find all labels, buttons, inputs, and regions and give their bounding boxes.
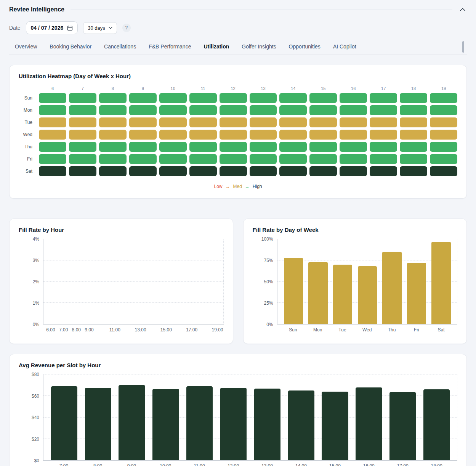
tab-booking-behavior[interactable]: Booking Behavior <box>50 43 91 50</box>
heatmap-hour-label: 14 <box>279 86 307 91</box>
tab-f-b-performance[interactable]: F&B Performance <box>149 43 191 50</box>
heatmap-cell <box>189 117 217 127</box>
x-tick-label: 11:00 <box>183 463 216 466</box>
tab-cancellations[interactable]: Cancellations <box>104 43 136 50</box>
bar <box>333 265 352 324</box>
calendar-icon <box>67 25 73 31</box>
help-button[interactable]: ? <box>122 24 131 32</box>
range-select[interactable]: 30 days <box>83 22 117 34</box>
tab-golfer-insights[interactable]: Golfer Insights <box>242 43 276 50</box>
heatmap-cell <box>370 154 397 164</box>
x-tick-label: 7:00 <box>47 463 81 466</box>
heatmap-cell <box>69 105 96 115</box>
heatmap-cell <box>430 117 457 127</box>
x-tick-label: 16:00 <box>352 463 386 466</box>
heatmap-hour-label: 8 <box>99 86 127 91</box>
heatmap-cell <box>189 166 217 176</box>
heatmap-cell <box>220 166 247 176</box>
heatmap-cell <box>430 166 457 176</box>
heatmap-cell <box>309 105 337 115</box>
heatmap-cell <box>159 130 187 140</box>
date-input[interactable]: 04 / 07 / 2026 <box>26 21 78 34</box>
heatmap-title: Utilization Heatmap (Day of Week x Hour) <box>19 73 457 79</box>
y-axis: 0%1%2%3%4% <box>19 239 43 325</box>
chart-title: Avg Revenue per Slot by Hour <box>19 362 457 368</box>
heatmap-cell <box>159 166 187 176</box>
heatmap-cell <box>250 130 277 140</box>
x-axis-inner: 6:007:008:009:0011:0013:0015:0017:0019:0… <box>51 325 218 334</box>
bar-slot <box>420 374 454 460</box>
heatmap-cell <box>69 93 96 103</box>
bar-slot <box>380 239 404 324</box>
heatmap-cell <box>159 142 187 152</box>
tab-overview[interactable]: Overview <box>15 43 37 50</box>
heatmap-cell <box>99 93 127 103</box>
heatmap-cell <box>279 117 307 127</box>
y-axis: 0%25%50%75%100% <box>253 239 277 325</box>
chart-title: Fill Rate by Day of Week <box>253 227 458 233</box>
heatmap-cell <box>279 93 307 103</box>
y-tick-label: 50% <box>264 279 273 284</box>
heatmap-cell <box>39 105 66 115</box>
bar <box>254 389 280 460</box>
heatmap-cell <box>279 154 307 164</box>
tab-opportunities[interactable]: Opportunities <box>289 43 321 50</box>
fill-rate-by-day-chart: 0%25%50%75%100% SunMonTueWedThuFriSat <box>253 239 458 334</box>
heatmap-cell <box>370 142 397 152</box>
heatmap-cell <box>340 105 367 115</box>
x-tick-label: 15:00 <box>160 327 172 333</box>
bar-slot <box>352 374 386 460</box>
heatmap-hour-label: 17 <box>370 86 397 91</box>
heatmap-hour-label: 15 <box>309 86 337 91</box>
heatmap-cell <box>189 142 217 152</box>
bar <box>284 258 303 324</box>
bar <box>382 252 401 324</box>
y-tick-label: $0 <box>34 458 39 463</box>
bar-slot <box>47 374 81 460</box>
bar-slot <box>386 374 420 460</box>
bar <box>358 266 377 324</box>
heatmap-cell <box>400 154 427 164</box>
heatmap-cell <box>400 105 427 115</box>
heatmap-cell <box>99 130 127 140</box>
x-tick-label: Sat <box>429 327 454 334</box>
heatmap-cell <box>250 117 277 127</box>
heatmap-cell <box>189 130 217 140</box>
y-tick-label: $80 <box>32 372 39 377</box>
heatmap-cell <box>99 154 127 164</box>
x-tick-label: 8:00 <box>81 463 115 466</box>
y-tick-label: $40 <box>32 415 39 420</box>
heatmap-cell <box>279 142 307 152</box>
bar-slot <box>81 374 115 460</box>
bar <box>85 388 111 460</box>
heatmap-cell <box>159 154 187 164</box>
heatmap-day-label: Sat <box>19 169 36 174</box>
heatmap-cell <box>159 105 187 115</box>
heatmap-cell <box>400 142 427 152</box>
heatmap-cell <box>400 117 427 127</box>
heatmap-cell <box>250 142 277 152</box>
avg-revenue-card: Avg Revenue per Slot by Hour $0$20$40$60… <box>9 354 467 466</box>
bar <box>322 392 348 460</box>
bar-slot <box>281 239 306 324</box>
heatmap-hour-label: 11 <box>189 86 217 91</box>
x-tick-label: 17:00 <box>386 463 420 466</box>
heatmap-cell <box>220 105 247 115</box>
collapse-button[interactable] <box>458 6 467 13</box>
x-tick-label: Mon <box>305 327 330 334</box>
tab-bar: OverviewBooking BehaviorCancellationsF&B… <box>9 43 467 55</box>
gridline <box>43 281 224 282</box>
heatmap-cell <box>99 105 127 115</box>
bar <box>220 388 247 460</box>
tab-ai-copilot[interactable]: AI Copilot <box>333 43 356 50</box>
heatmap-cell <box>39 154 66 164</box>
scrollbar-thumb[interactable] <box>462 41 464 53</box>
bar <box>308 262 327 324</box>
heatmap-cell <box>279 130 307 140</box>
tab-utilization[interactable]: Utilization <box>204 43 229 50</box>
heatmap-cell <box>39 166 66 176</box>
heatmap-grid: 678910111213141516171819SunMonTueWedThuF… <box>19 86 457 176</box>
gridline <box>43 302 224 303</box>
bar-slot <box>404 239 429 324</box>
heatmap-cell <box>340 166 367 176</box>
